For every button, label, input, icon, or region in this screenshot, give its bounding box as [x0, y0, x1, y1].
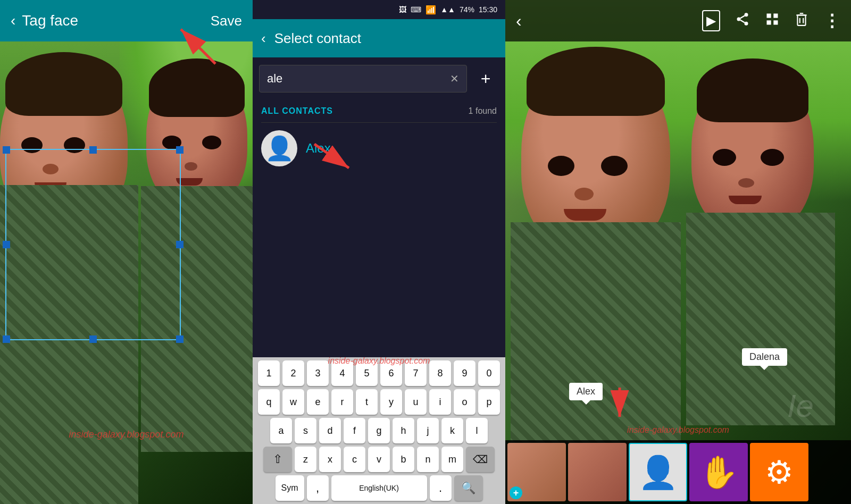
key-e[interactable]: e	[307, 389, 329, 415]
key-8[interactable]: 8	[429, 360, 451, 386]
gallery-icon[interactable]	[765, 12, 780, 30]
key-t[interactable]: t	[356, 389, 378, 415]
photo-thumbnail-strip: + 👤 ✋ ⚙	[505, 440, 851, 504]
key-0[interactable]: 0	[478, 360, 500, 386]
key-q[interactable]: q	[258, 389, 280, 415]
key-g[interactable]: g	[368, 418, 390, 443]
status-wifi-icon: 📶	[426, 5, 436, 15]
keyboard-row-z: ⇧ z x c v b n m ⌫	[255, 447, 503, 472]
key-h[interactable]: h	[393, 418, 414, 443]
status-image-icon: 🖼	[399, 5, 406, 14]
keyboard-row-q: q w e r t y u i o p	[255, 389, 503, 415]
key-o[interactable]: o	[454, 389, 475, 415]
selection-handle-bl[interactable]	[3, 335, 10, 343]
red-arrow-save	[173, 21, 226, 77]
time-text: 15:30	[479, 5, 497, 14]
key-y[interactable]: y	[380, 389, 402, 415]
keyboard-bottom-row: Sym , English(UK) . 🔍	[255, 475, 503, 501]
selection-handle-tm[interactable]	[89, 146, 97, 154]
selection-handle-mr[interactable]	[176, 241, 183, 248]
thumbnail-hand[interactable]: ✋	[689, 443, 748, 501]
key-k[interactable]: k	[441, 418, 463, 443]
key-d[interactable]: d	[319, 418, 341, 443]
svg-rect-12	[773, 20, 778, 24]
face-selection-rect[interactable]	[5, 149, 181, 340]
key-a[interactable]: a	[270, 418, 292, 443]
thumbnail-avatar[interactable]: 👤	[629, 443, 687, 501]
key-u[interactable]: u	[405, 389, 427, 415]
search-box[interactable]: ale ✕	[259, 65, 467, 93]
watermark-panel2: inside-galaxy.blogspot.com	[328, 356, 430, 366]
svg-rect-10	[773, 13, 778, 18]
key-r[interactable]: r	[331, 389, 353, 415]
delete-icon[interactable]	[795, 12, 808, 30]
key-space[interactable]: English(UK)	[331, 475, 427, 501]
select-contact-header: ‹ Select contact	[253, 19, 505, 57]
key-f[interactable]: f	[344, 418, 365, 443]
contacts-header: ALL CONTACTS 1 found	[261, 100, 497, 123]
share-icon[interactable]	[735, 12, 750, 30]
keyboard[interactable]: 1 2 3 4 5 6 7 8 9 0 q w e r t y u i o p …	[253, 357, 505, 504]
watermark-panel3: inside-galaxy.blogspot.com	[627, 425, 729, 435]
status-keyboard-icon: ⌨	[411, 5, 421, 14]
key-j[interactable]: j	[417, 418, 439, 443]
key-m[interactable]: m	[441, 447, 463, 472]
key-9[interactable]: 9	[454, 360, 475, 386]
key-comma[interactable]: ,	[307, 475, 329, 501]
contact-alex-avatar: 👤	[261, 130, 297, 166]
keyboard-row-a: a s d f g h j k l	[255, 418, 503, 443]
red-arrow-panel3	[598, 382, 641, 427]
key-search[interactable]: 🔍	[454, 475, 483, 501]
svg-point-6	[745, 21, 748, 25]
search-clear-button[interactable]: ✕	[450, 72, 459, 85]
contacts-section: ALL CONTACTS 1 found 👤 Alex	[253, 100, 505, 174]
selection-handle-tr[interactable]	[176, 146, 183, 154]
thumb-add-icon: +	[510, 486, 522, 499]
search-input[interactable]: ale	[267, 72, 445, 86]
key-w[interactable]: w	[282, 389, 304, 415]
svg-line-3	[314, 144, 349, 168]
panel2-back-button[interactable]: ‹	[261, 30, 266, 47]
key-1[interactable]: 1	[258, 360, 280, 386]
key-x[interactable]: x	[319, 447, 341, 472]
key-3[interactable]: 3	[307, 360, 329, 386]
key-period[interactable]: .	[430, 475, 452, 501]
toolbar-back-button[interactable]: ‹	[516, 11, 522, 31]
selection-handle-tl[interactable]	[3, 146, 10, 154]
search-bar: ale ✕ +	[253, 57, 505, 100]
status-signal-icon: ▲▲	[440, 5, 455, 14]
tag-face-panel: ‹ Tag face Save	[0, 0, 253, 504]
dalena-tag-text: Dalena	[749, 351, 780, 362]
key-s[interactable]: s	[295, 418, 316, 443]
thumbnail-2[interactable]	[568, 443, 627, 501]
selection-handle-br[interactable]	[176, 335, 183, 343]
key-sym[interactable]: Sym	[276, 475, 304, 501]
svg-line-1	[181, 29, 215, 64]
key-i[interactable]: i	[429, 389, 451, 415]
key-shift[interactable]: ⇧	[263, 447, 292, 472]
key-b[interactable]: b	[393, 447, 414, 472]
tag-alex[interactable]: Alex	[569, 383, 603, 400]
back-button[interactable]: ‹ Tag face	[11, 12, 78, 29]
selection-handle-bm[interactable]	[89, 335, 97, 343]
key-delete[interactable]: ⌫	[466, 447, 495, 472]
watermark-panel1: inside-galaxy.blogspot.com	[69, 429, 184, 440]
more-options-icon[interactable]: ⋮	[823, 11, 840, 31]
slideshow-icon[interactable]: ▶	[702, 10, 720, 31]
contact-alex-item[interactable]: 👤 Alex	[261, 123, 497, 174]
key-l[interactable]: l	[466, 418, 488, 443]
add-contact-button[interactable]: +	[472, 65, 499, 92]
key-z[interactable]: z	[295, 447, 316, 472]
tag-dalena[interactable]: Dalena	[742, 348, 787, 366]
key-v[interactable]: v	[368, 447, 390, 472]
key-n[interactable]: n	[417, 447, 439, 472]
tagged-photo-panel: ‹ ▶	[505, 0, 851, 504]
key-c[interactable]: c	[344, 447, 365, 472]
key-2[interactable]: 2	[282, 360, 304, 386]
selection-handle-ml[interactable]	[3, 241, 10, 248]
photo-background: inside-galaxy.blogspot.com	[0, 0, 253, 504]
hand-icon: ✋	[699, 453, 739, 491]
thumbnail-1[interactable]: +	[507, 443, 566, 501]
key-p[interactable]: p	[478, 389, 500, 415]
thumbnail-settings[interactable]: ⚙	[750, 443, 808, 501]
